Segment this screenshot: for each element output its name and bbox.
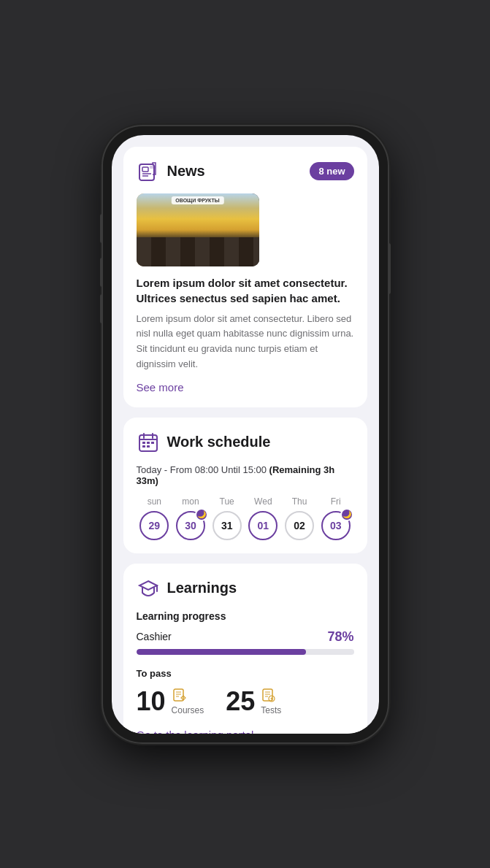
courses-count: 10 xyxy=(137,686,166,717)
news-card-header: News 8 new xyxy=(137,160,354,183)
see-more-link[interactable]: See more xyxy=(137,381,184,393)
to-pass-label: To pass xyxy=(137,668,354,679)
day-circle-fri[interactable]: 03 🌙 xyxy=(321,511,351,540)
progress-row: Cashier 78% xyxy=(137,629,354,645)
learnings-card-header: Learnings xyxy=(137,577,354,600)
day-date-mon: 30 xyxy=(185,520,196,531)
learning-progress-label: Learning progress xyxy=(137,610,354,622)
schedule-title: Work schedule xyxy=(167,434,271,450)
scroll-content[interactable]: News 8 new ОВОЩИ ФРУКТЫ Lorem ipsum dolo… xyxy=(112,135,379,734)
news-card: News 8 new ОВОЩИ ФРУКТЫ Lorem ipsum dolo… xyxy=(123,147,367,407)
day-label-tue: Tue xyxy=(220,496,234,507)
phone-screen: News 8 new ОВОЩИ ФРУКТЫ Lorem ipsum dolo… xyxy=(112,135,379,734)
news-body: Lorem ipsum dolor sit amet consectetur. … xyxy=(137,312,354,372)
portal-link[interactable]: Go to the learning portal xyxy=(137,729,254,734)
tests-count: 25 xyxy=(226,686,255,717)
day-circle-mon[interactable]: 30 🌙 xyxy=(176,511,205,540)
day-circle-thu[interactable]: 02 xyxy=(285,511,314,540)
svg-rect-10 xyxy=(147,442,150,444)
day-col-thu: Thu 02 xyxy=(281,496,318,540)
progress-item-label: Cashier xyxy=(137,631,172,642)
tests-label: Tests xyxy=(261,705,281,715)
courses-icon xyxy=(172,688,188,704)
day-col-sun: sun 29 xyxy=(137,496,173,540)
day-circle-sun[interactable]: 29 xyxy=(139,511,169,540)
stats-row: 10 Courses xyxy=(137,686,354,717)
learnings-title-group: Learnings xyxy=(137,577,237,600)
news-badge: 8 new xyxy=(310,162,353,180)
day-col-mon: mon 30 🌙 xyxy=(172,496,209,540)
svg-rect-1 xyxy=(142,167,148,172)
day-col-wed: Wed 01 xyxy=(245,496,282,540)
day-label-mon: mon xyxy=(182,496,199,507)
day-col-tue: Tue 31 xyxy=(209,496,245,540)
schedule-icon xyxy=(137,431,160,454)
learnings-title: Learnings xyxy=(167,580,237,596)
schedule-card-header: Work schedule xyxy=(137,431,354,454)
svg-rect-12 xyxy=(142,445,145,448)
day-label-fri: Fri xyxy=(331,496,341,507)
news-image: ОВОЩИ ФРУКТЫ xyxy=(137,193,259,266)
news-title-group: News xyxy=(137,160,205,183)
moon-badge-mon: 🌙 xyxy=(195,508,208,521)
learnings-icon xyxy=(137,577,160,600)
schedule-time: Today - From 08:00 Until 15:00 xyxy=(137,464,267,475)
days-row: sun 29 mon 30 🌙 xyxy=(137,496,354,540)
courses-icon-label: Courses xyxy=(172,688,204,715)
learnings-card: Learnings Learning progress Cashier 78% … xyxy=(123,564,367,734)
moon-badge-fri: 🌙 xyxy=(340,508,353,521)
shelf-background: ОВОЩИ ФРУКТЫ xyxy=(137,193,259,266)
schedule-title-group: Work schedule xyxy=(137,431,271,454)
day-date-thu: 02 xyxy=(294,520,305,531)
stat-courses: 10 Courses xyxy=(137,686,204,717)
svg-rect-11 xyxy=(151,442,154,444)
tests-icon-label: Tests xyxy=(261,688,281,715)
day-circle-wed[interactable]: 01 xyxy=(248,511,277,540)
day-circle-tue[interactable]: 31 xyxy=(213,511,242,540)
day-col-fri: Fri 03 🌙 xyxy=(318,496,354,540)
schedule-card: Work schedule Today - From 08:00 Until 1… xyxy=(123,418,367,553)
news-headline: Lorem ipsum dolor sit amet consectetur. … xyxy=(137,275,354,306)
day-date-wed: 01 xyxy=(258,520,269,531)
day-date-fri: 03 xyxy=(330,520,342,531)
day-label-thu: Thu xyxy=(292,496,307,507)
schedule-subtitle: Today - From 08:00 Until 15:00 (Remainin… xyxy=(137,464,354,486)
day-label-sun: sun xyxy=(148,496,161,507)
phone-frame: News 8 new ОВОЩИ ФРУКТЫ Lorem ipsum dolo… xyxy=(103,126,388,742)
svg-rect-13 xyxy=(147,445,150,448)
svg-rect-9 xyxy=(142,442,145,444)
news-icon xyxy=(137,160,160,183)
shelf-sign: ОВОЩИ ФРУКТЫ xyxy=(171,196,223,204)
svg-rect-4 xyxy=(150,166,156,169)
progress-bar-fill xyxy=(137,649,306,655)
day-date-sun: 29 xyxy=(149,520,161,531)
progress-percent: 78% xyxy=(327,629,353,645)
news-title: News xyxy=(167,163,205,180)
day-label-wed: Wed xyxy=(254,496,272,507)
day-date-tue: 31 xyxy=(221,520,233,531)
courses-label: Courses xyxy=(172,705,204,715)
tests-icon xyxy=(261,688,277,704)
progress-bar-track xyxy=(137,649,354,655)
stat-tests: 25 Tests xyxy=(226,686,281,717)
